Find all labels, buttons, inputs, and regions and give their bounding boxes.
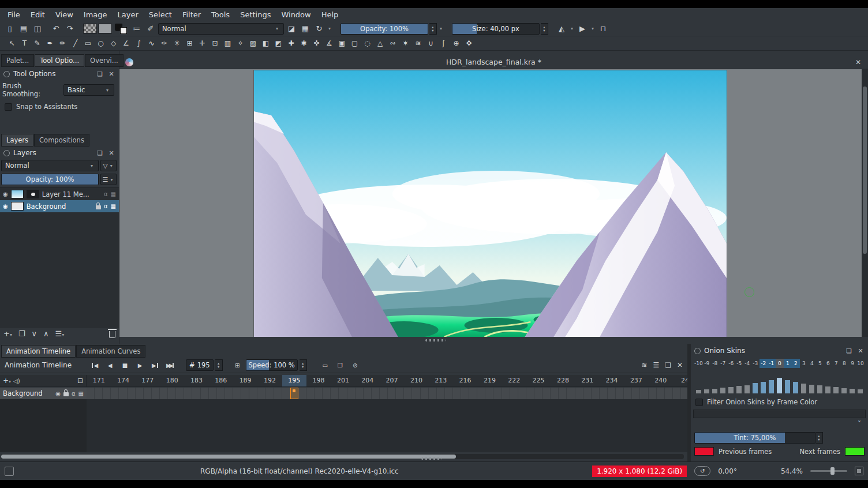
tool-pattern-fill[interactable]: ▨ [247, 37, 259, 50]
wrap-around-icon[interactable]: ▶ [576, 22, 589, 35]
tool-smart-patch[interactable]: ✚ [285, 37, 297, 50]
tool-freehand-select[interactable]: ∾ [387, 37, 399, 50]
onion-bar--2[interactable] [761, 382, 766, 393]
menu-layer[interactable]: Layer [113, 9, 144, 21]
skip-to-end-button[interactable]: ▶▶ [163, 359, 177, 371]
docker-menu-icon[interactable] [3, 150, 10, 156]
onion-bar-0[interactable] [777, 378, 782, 393]
frame-213[interactable]: 213 [429, 375, 453, 386]
frame-186[interactable]: 186 [209, 375, 233, 386]
tool-crop[interactable]: ⊡ [209, 37, 221, 50]
onion-offset--2[interactable]: -2 [760, 359, 768, 368]
onion-bar-5[interactable] [817, 385, 822, 393]
mask-thumbnail[interactable] [27, 190, 39, 198]
menu-window[interactable]: Window [276, 9, 316, 21]
frame-177[interactable]: 177 [136, 375, 160, 386]
menu-settings[interactable]: Settings [235, 9, 276, 21]
onion-bar--4[interactable] [744, 385, 750, 393]
frame-234[interactable]: 234 [600, 375, 624, 386]
move-layer-up-button[interactable]: ∧ [43, 329, 49, 338]
tab-palet[interactable]: Palet... [1, 54, 34, 67]
tab-compositions[interactable]: Compositions [34, 134, 89, 147]
onion-bar--5[interactable] [736, 386, 742, 393]
tool-transform[interactable]: ⊞ [184, 37, 196, 50]
tool-freehand-brush[interactable]: ✏ [57, 37, 69, 50]
onion-bar--7[interactable] [720, 388, 725, 393]
onion-offset-0[interactable]: 0 [776, 359, 784, 368]
expand-chevron-button[interactable]: ˅ [854, 419, 865, 429]
menu-file[interactable]: File [2, 9, 25, 21]
frame-195[interactable]: 195 [282, 375, 306, 386]
timeline-track[interactable] [87, 388, 687, 399]
onion-offset--6[interactable]: -6 [727, 359, 735, 368]
onion-bar-6[interactable] [825, 386, 830, 393]
tool-bezier-curve[interactable]: ∫ [133, 37, 145, 50]
onion-offset--7[interactable]: -7 [719, 359, 727, 368]
tool-contiguous-select[interactable]: ✶ [399, 37, 411, 50]
add-keyframe-button[interactable]: +▾ [3, 377, 11, 385]
layer-row-selected[interactable]: ◉ Background α ▦ [0, 200, 119, 212]
chevron-down-icon[interactable]: ▾ [438, 26, 444, 31]
frame-183[interactable]: 183 [184, 375, 208, 386]
timeline-layer-name[interactable]: Background [3, 389, 53, 397]
tool-color-sampler[interactable]: ✧ [234, 37, 246, 50]
close-docker-icon[interactable]: ✕ [107, 70, 115, 78]
chevron-down-icon[interactable]: ▾ [590, 26, 596, 31]
preserve-alpha-icon[interactable]: ▦ [299, 22, 312, 35]
tool-assistants[interactable]: ✜ [310, 37, 323, 50]
tool-line[interactable]: ╱ [69, 37, 81, 50]
scrollbar-handle[interactable] [1, 455, 456, 459]
timeline-layer-row[interactable]: Background ◉ α ▦ [0, 388, 687, 399]
onion-bar--8[interactable] [712, 389, 717, 393]
menu-filter[interactable]: Filter [177, 9, 206, 21]
float-docker-icon[interactable]: ❏ [96, 70, 104, 78]
onion-offset--1[interactable]: -1 [768, 359, 776, 368]
onion-offset-10[interactable]: 10 [856, 359, 865, 368]
docker-menu-icon[interactable] [694, 348, 701, 354]
alpha-checker-icon[interactable]: ▦ [111, 203, 116, 209]
onion-bar-4[interactable] [809, 385, 814, 393]
alpha-checker-icon[interactable]: ▦ [78, 391, 84, 397]
float-docker-icon[interactable]: ❏ [96, 149, 104, 157]
onion-offset-7[interactable]: 7 [832, 359, 840, 368]
frame-240[interactable]: 240 [649, 375, 673, 386]
frame-range-icon[interactable]: ⊟ [77, 377, 83, 385]
open-document-icon[interactable]: ▤ [17, 22, 30, 35]
frame-spinner[interactable]: ▴▾ [215, 359, 223, 371]
brush-size-slider[interactable]: Size: 40,00 px [452, 23, 540, 35]
current-frame-spinbox[interactable]: # 195 [186, 359, 214, 371]
tab-tool-optio[interactable]: Tool Optio... [35, 54, 84, 67]
menu-view[interactable]: View [50, 9, 78, 21]
lock-icon[interactable] [96, 205, 101, 209]
close-docker-icon[interactable]: ✕ [107, 149, 115, 157]
close-document-icon[interactable]: ✕ [855, 58, 861, 66]
close-docker-icon[interactable]: ✕ [677, 361, 683, 369]
tool-measure[interactable]: ∡ [323, 37, 335, 50]
tool-similar-select[interactable]: ≋ [412, 37, 424, 50]
brush-editor-icon[interactable]: ✐ [144, 22, 157, 35]
onion-offset--8[interactable]: -8 [711, 359, 719, 368]
tool-text[interactable]: T [18, 37, 31, 50]
float-docker-icon[interactable]: ❏ [665, 361, 671, 369]
tool-pan[interactable]: ✥ [463, 37, 475, 50]
tool-polygon[interactable]: ◇ [107, 37, 119, 50]
layer-options-button[interactable]: ☰▾ [100, 174, 117, 185]
filter-onion-checkbox[interactable] [695, 399, 703, 406]
frame-219[interactable]: 219 [477, 375, 502, 386]
redo-icon[interactable]: ↷ [63, 22, 76, 35]
timeline-layer-header[interactable]: Background ◉ α ▦ [0, 388, 87, 399]
frame-237[interactable]: 237 [624, 375, 648, 386]
onion-bar-9[interactable] [850, 389, 855, 393]
onion-bar-1[interactable] [785, 380, 790, 393]
tool-dynamic-brush[interactable]: ✑ [158, 37, 170, 50]
new-document-icon[interactable]: ▯ [3, 22, 16, 35]
frame-204[interactable]: 204 [356, 375, 380, 386]
tint-slider[interactable]: Tint: 75,00% [694, 432, 815, 444]
onion-offset-4[interactable]: 4 [808, 359, 816, 368]
canvas-only-mode-icon[interactable] [855, 467, 863, 475]
canvas-vertical-scrollbar[interactable] [862, 69, 868, 337]
frame-222[interactable]: 222 [502, 375, 526, 386]
layer-blend-combobox[interactable]: Normal ▾ [1, 160, 99, 171]
audio-button[interactable]: ◁) [13, 378, 20, 384]
onion-skin-toggle-icon[interactable]: ≋ [641, 361, 647, 369]
